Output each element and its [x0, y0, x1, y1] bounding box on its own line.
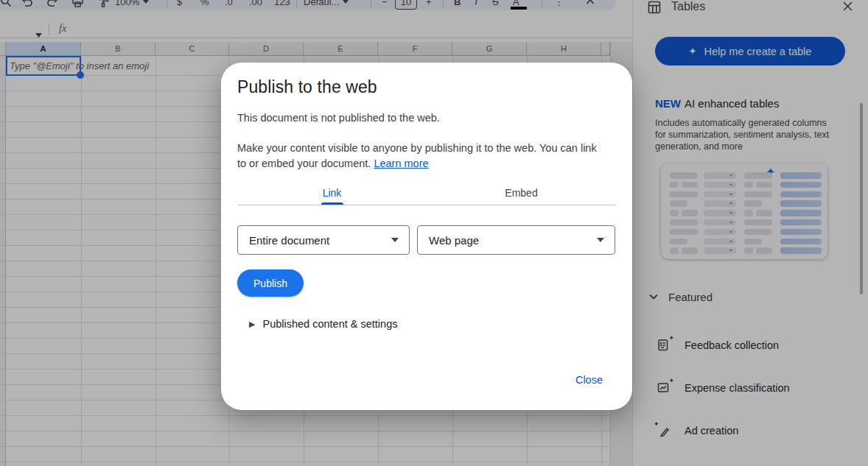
- published-content-settings-expander[interactable]: ▶ Published content & settings: [249, 318, 397, 330]
- publish-format-select[interactable]: Web page: [417, 225, 615, 255]
- publish-content-select[interactable]: Entire document: [237, 225, 410, 255]
- publish-description: Make your content visible to anyone by p…: [237, 141, 607, 172]
- tab-divider: [237, 205, 616, 205]
- close-dialog-button[interactable]: Close: [575, 374, 603, 386]
- publish-tabs: Link Embed: [237, 180, 616, 205]
- chevron-down-icon: [597, 238, 604, 242]
- expander-arrow-icon: ▶: [249, 320, 255, 329]
- publish-status-text: This document is not published to the we…: [237, 112, 440, 124]
- learn-more-link[interactable]: Learn more: [374, 158, 428, 169]
- tab-embed[interactable]: Embed: [427, 180, 616, 205]
- publish-button[interactable]: Publish: [237, 269, 304, 297]
- publish-to-web-dialog: Publish to the web This document is not …: [221, 63, 632, 410]
- dialog-title: Publish to the web: [237, 77, 377, 97]
- tab-link[interactable]: Link: [237, 180, 427, 205]
- chevron-down-icon: [391, 238, 399, 242]
